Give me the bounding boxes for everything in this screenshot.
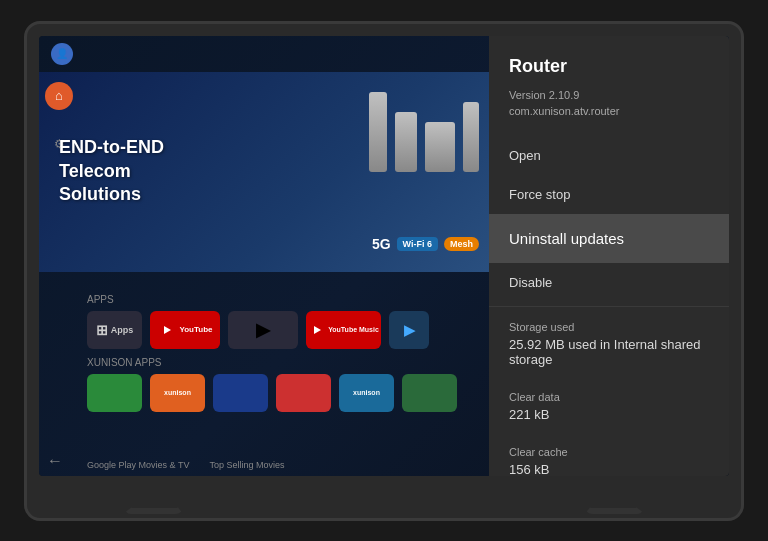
home-nav-icon[interactable]: ⌂ <box>45 82 73 110</box>
xunison-tile-2[interactable]: xunison <box>150 374 205 412</box>
panel-disable[interactable]: Disable <box>489 263 729 302</box>
panel-divider <box>489 306 729 307</box>
youtube-tile[interactable]: YouTube <box>150 311 220 349</box>
more-apps-tile[interactable]: ▶ <box>389 311 429 349</box>
xunison-tile-3[interactable] <box>213 374 268 412</box>
badge-wifi: Wi-Fi 6 <box>397 237 438 251</box>
panel-open[interactable]: Open <box>489 136 729 175</box>
clear-data-value[interactable]: 221 kB <box>489 405 729 432</box>
bottom-nav-top-selling[interactable]: Top Selling Movies <box>209 460 284 470</box>
tech-badges: 5G Wi-Fi 6 Mesh <box>372 236 479 252</box>
storage-used-label: Storage used <box>489 311 729 335</box>
clear-cache-value[interactable]: 156 kB <box>489 460 729 476</box>
youtube-music-tile[interactable]: YouTube Music <box>306 311 381 349</box>
side-nav: ⌂ ⚙ <box>39 72 79 396</box>
clear-data-label: Clear data <box>489 381 729 405</box>
product-slim <box>463 102 479 172</box>
bottom-nav-movies[interactable]: Google Play Movies & TV <box>87 460 189 470</box>
tv-frame: 👤 🔍 ✉ END-to-END Telecom Solutions <box>24 21 744 521</box>
panel-version: Version 2.10.9 com.xunison.atv.router <box>489 87 729 136</box>
tv-screen: 👤 🔍 ✉ END-to-END Telecom Solutions <box>39 36 729 476</box>
tv-stand <box>27 484 741 514</box>
youtube-icon: YouTube <box>157 323 212 337</box>
badge-5g: 5G <box>372 236 391 252</box>
back-arrow[interactable]: ← <box>47 452 63 470</box>
product-short <box>425 122 455 172</box>
apps-launcher-tile[interactable]: ⊞ Apps <box>87 311 142 349</box>
panel-force-stop[interactable]: Force stop <box>489 175 729 214</box>
xunison-tile-4[interactable] <box>276 374 331 412</box>
more-icon: ▶ <box>404 322 415 338</box>
main-banner: END-to-END Telecom Solutions 5G Wi-Fi 6 … <box>39 72 499 272</box>
xunison-tile-1[interactable] <box>87 374 142 412</box>
youtube-music-icon: YouTube Music <box>308 324 379 336</box>
stand-leg-right <box>577 484 645 514</box>
badge-mesh: Mesh <box>444 237 479 251</box>
product-medium <box>395 112 417 172</box>
panel-uninstall-updates[interactable]: Uninstall updates <box>489 214 729 263</box>
stand-leg-left <box>123 484 191 514</box>
xunison-tile-5[interactable]: xunison <box>339 374 394 412</box>
banner-products <box>369 92 479 172</box>
play-store-tile[interactable]: ▶ <box>228 311 298 349</box>
play-store-icon: ▶ <box>256 319 270 341</box>
panel-title: Router <box>489 56 729 87</box>
xunison-tile-6[interactable] <box>402 374 457 412</box>
context-panel: Router Version 2.10.9 com.xunison.atv.ro… <box>489 36 729 476</box>
product-tall <box>369 92 387 172</box>
clear-cache-label: Clear cache <box>489 436 729 460</box>
banner-title: END-to-END Telecom Solutions <box>59 136 164 206</box>
profile-icon[interactable]: 👤 <box>51 43 73 65</box>
storage-used-value: 25.92 MB used in Internal shared storage <box>489 335 729 377</box>
banner-text: END-to-END Telecom Solutions <box>59 136 164 206</box>
